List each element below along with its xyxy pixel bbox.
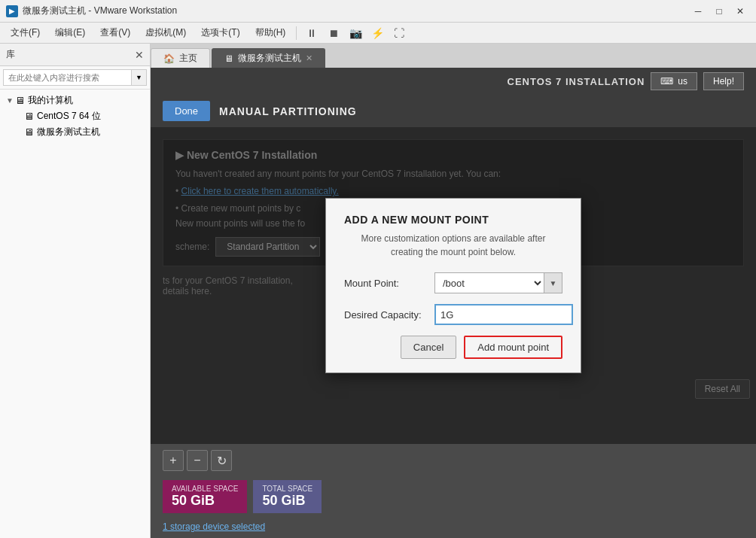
available-label: AVAILABLE SPACE	[172, 485, 238, 493]
desired-capacity-input[interactable]	[434, 304, 573, 325]
stop-button[interactable]: ⏹	[323, 24, 344, 42]
home-icon: 🏠	[163, 53, 175, 64]
menu-file[interactable]: 文件(F)	[3, 23, 47, 42]
vm-icon: 🖥	[24, 111, 34, 122]
panel-close-icon[interactable]: ✕	[135, 49, 144, 61]
mount-point-label: Mount Point:	[344, 278, 434, 289]
keyboard-label: us	[678, 76, 687, 87]
mount-point-row: Mount Point: /boot / /home /var /tmp swa…	[344, 272, 562, 293]
total-space-box: TOTAL SPACE 50 GiB	[253, 480, 322, 513]
dialog-title: ADD A NEW MOUNT POINT	[344, 214, 562, 226]
available-value: 50 GiB	[172, 493, 238, 509]
fullscreen-button[interactable]: ⛶	[389, 24, 410, 42]
dialog-overlay: ADD A NEW MOUNT POINT More customization…	[151, 127, 756, 444]
dialog: ADD A NEW MOUNT POINT More customization…	[325, 198, 581, 373]
window-controls: ─ □ ✕	[688, 3, 750, 20]
tab-vm-label: 微服务测试主机	[238, 52, 301, 65]
close-button[interactable]: ✕	[730, 3, 750, 20]
add-icon-button[interactable]: +	[163, 450, 184, 471]
menubar: 文件(F) 编辑(E) 查看(V) 虚拟机(M) 选项卡(T) 帮助(H) ⏸ …	[0, 23, 756, 44]
tree-area: ▼ 🖥 我的计算机 🖥 CentOS 7 64 位 🖥 微服务测试主机	[0, 90, 150, 538]
partitioning-area: Done MANUAL PARTITIONING ▶ New CentOS 7 …	[151, 95, 756, 538]
window-title: 微服务测试主机 - VMware Workstation	[23, 5, 688, 17]
centos-right: CENTOS 7 INSTALLATION ⌨ us Help!	[508, 72, 745, 90]
partitioning-header: Done MANUAL PARTITIONING	[151, 95, 756, 127]
desired-capacity-row: Desired Capacity:	[344, 304, 562, 325]
left-panel-header: 库 ✕	[0, 44, 150, 66]
select-arrow-icon[interactable]: ▼	[544, 272, 562, 293]
main-area: 库 ✕ ▼ ▼ 🖥 我的计算机 🖥 CentOS 7 64 位 🖥 微服务测试主…	[0, 44, 756, 538]
vm-icon2: 🖥	[24, 126, 34, 138]
tree-root[interactable]: ▼ 🖥 我的计算机	[3, 93, 147, 108]
pause-button[interactable]: ⏸	[301, 24, 322, 42]
tab-home[interactable]: 🏠 主页	[151, 48, 210, 68]
tree-root-label: 我的计算机	[28, 94, 73, 107]
menu-help[interactable]: 帮助(H)	[248, 23, 294, 42]
tab-bar: 🏠 主页 🖥 微服务测试主机 ✕	[151, 44, 756, 68]
menu-view[interactable]: 查看(V)	[93, 23, 138, 42]
refresh-icon-button[interactable]: ↻	[211, 450, 232, 471]
cancel-button[interactable]: Cancel	[401, 336, 456, 359]
power-button[interactable]: ⚡	[367, 24, 388, 42]
total-label: TOTAL SPACE	[262, 485, 312, 493]
space-row: AVAILABLE SPACE 50 GiB TOTAL SPACE 50 Gi…	[151, 477, 756, 519]
storage-device-link[interactable]: 1 storage device selected	[163, 521, 265, 532]
snapshot-button[interactable]: 📷	[345, 24, 366, 42]
partitioning-title: MANUAL PARTITIONING	[219, 105, 357, 117]
menu-edit[interactable]: 编辑(E)	[47, 23, 93, 42]
computer-icon: 🖥	[15, 95, 25, 106]
help-button[interactable]: Help!	[703, 72, 744, 90]
mount-point-select-wrap: /boot / /home /var /tmp swap ▼	[434, 272, 562, 293]
keyboard-button[interactable]: ⌨ us	[651, 72, 697, 90]
storage-link-area: 1 storage device selected	[151, 519, 756, 538]
tab-home-label: 主页	[179, 52, 197, 65]
search-dropdown-icon[interactable]: ▼	[132, 69, 147, 86]
mount-point-select[interactable]: /boot / /home /var /tmp swap	[434, 272, 544, 293]
bottom-controls: + − ↻	[151, 444, 756, 477]
menu-tabs[interactable]: 选项卡(T)	[194, 23, 247, 42]
titlebar: ▶ 微服务测试主机 - VMware Workstation ─ □ ✕	[0, 0, 756, 23]
left-panel: 库 ✕ ▼ ▼ 🖥 我的计算机 🖥 CentOS 7 64 位 🖥 微服务测试主…	[0, 44, 151, 538]
tab-close-icon[interactable]: ✕	[306, 53, 312, 63]
done-button[interactable]: Done	[163, 101, 210, 121]
panel-title: 库	[6, 48, 135, 61]
search-bar: ▼	[0, 66, 150, 90]
partitioning-content: ▶ New CentOS 7 Installation You haven't …	[151, 127, 756, 444]
app-icon: ▶	[6, 5, 18, 17]
centos-title: CENTOS 7 INSTALLATION	[508, 76, 645, 87]
add-mount-point-button[interactable]: Add mount point	[464, 336, 562, 359]
total-value: 50 GiB	[262, 493, 312, 509]
right-content: 🏠 主页 🖥 微服务测试主机 ✕ CENTOS 7 INSTALLATION ⌨…	[151, 44, 756, 538]
expand-icon: ▼	[6, 96, 15, 105]
centos-header: CENTOS 7 INSTALLATION ⌨ us Help!	[151, 68, 756, 95]
minimize-button[interactable]: ─	[688, 3, 708, 20]
tree-item-centos[interactable]: 🖥 CentOS 7 64 位	[3, 108, 147, 124]
dialog-subtitle: More customization options are available…	[344, 232, 562, 259]
toolbar: ⏸ ⏹ 📷 ⚡ ⛶	[301, 24, 410, 42]
maximize-button[interactable]: □	[709, 3, 729, 20]
menu-separator	[296, 26, 297, 40]
menu-vm[interactable]: 虚拟机(M)	[138, 23, 194, 42]
tab-vm[interactable]: 🖥 微服务测试主机 ✕	[212, 48, 325, 68]
tree-item-centos-label: CentOS 7 64 位	[37, 110, 101, 123]
desired-capacity-label: Desired Capacity:	[344, 309, 434, 321]
dialog-buttons: Cancel Add mount point	[344, 336, 562, 359]
keyboard-icon: ⌨	[660, 76, 673, 87]
search-input[interactable]	[3, 69, 132, 86]
tree-item-microservice-label: 微服务测试主机	[37, 126, 100, 138]
remove-icon-button[interactable]: −	[187, 450, 208, 471]
available-space-box: AVAILABLE SPACE 50 GiB	[163, 480, 247, 513]
tree-item-microservice[interactable]: 🖥 微服务测试主机	[3, 124, 147, 140]
vm-tab-icon: 🖥	[224, 53, 233, 64]
